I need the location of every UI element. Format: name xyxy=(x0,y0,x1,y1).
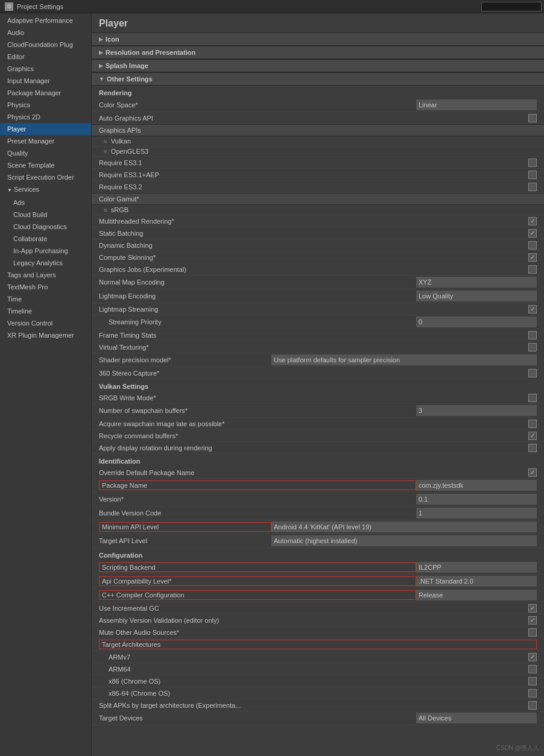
stereo-capture-checkbox[interactable] xyxy=(528,369,537,377)
cpp-compiler-value[interactable]: Release xyxy=(416,590,537,600)
srgb-write-checkbox[interactable] xyxy=(528,394,537,402)
use-incremental-row: Use Incremental GC xyxy=(92,602,544,614)
settings-area: Rendering Color Space* Linear Auto Graph… xyxy=(92,86,544,725)
sidebar-item-preset-manager[interactable]: Preset Manager xyxy=(0,135,91,147)
sidebar-item-ads[interactable]: Ads xyxy=(0,197,91,209)
sidebar-item-timeline[interactable]: Timeline xyxy=(0,305,91,317)
color-space-value[interactable]: Linear xyxy=(416,99,537,110)
sidebar-item-in-app-purchasing[interactable]: In-App Purchasing xyxy=(0,245,91,257)
sidebar-item-cloud-build[interactable]: Cloud Build xyxy=(0,209,91,221)
use-incremental-checkbox[interactable] xyxy=(528,604,537,613)
target-api-value[interactable]: Automatic (highest installed) xyxy=(271,535,537,546)
dynamic-batching-checkbox[interactable] xyxy=(528,241,537,250)
splash-section-header[interactable]: ▶ Splash Image xyxy=(92,59,544,72)
target-devices-value[interactable]: All Devices xyxy=(416,713,537,723)
sidebar-item-package-manager[interactable]: Package Manager xyxy=(0,87,91,99)
armv7-checkbox[interactable] xyxy=(528,653,537,661)
sidebar-item-graphics[interactable]: Graphics xyxy=(0,63,91,75)
icon-section-header[interactable]: ▶ Icon xyxy=(92,33,544,46)
graphics-jobs-checkbox[interactable] xyxy=(528,265,537,274)
min-api-row: Minimum API Level Android 4.4 'KitKat' (… xyxy=(92,520,544,534)
mute-audio-checkbox[interactable] xyxy=(528,628,537,637)
sidebar-item-services[interactable]: ▼Services xyxy=(0,183,91,197)
sidebar-item-physics[interactable]: Physics xyxy=(0,99,91,111)
normal-map-label: Normal Map Encoding xyxy=(99,279,416,286)
require-es31aep-checkbox[interactable] xyxy=(528,171,537,179)
bundle-version-row: Bundle Version Code 1 xyxy=(92,506,544,520)
virtual-texturing-checkbox[interactable] xyxy=(528,343,537,351)
min-api-value[interactable]: Android 4.4 'KitKat' (API level 19) xyxy=(271,521,537,532)
acquire-swapchain-checkbox[interactable] xyxy=(528,420,537,428)
other-settings-section-header[interactable]: ▼ Other Settings xyxy=(92,72,544,86)
static-batching-checkbox[interactable] xyxy=(528,229,537,238)
version-label: Version* xyxy=(99,496,416,503)
sidebar-item-cloud-diagnostics[interactable]: Cloud Diagnostics xyxy=(0,221,91,233)
package-name-value[interactable]: com.zjy.testsdk xyxy=(416,480,537,491)
sidebar-item-cloud-foundation[interactable]: CloudFoundation Plug xyxy=(0,39,91,51)
streaming-priority-label: Streaming Priority xyxy=(99,318,416,326)
require-es32-checkbox[interactable] xyxy=(528,183,537,191)
vulkan-api-item[interactable]: ≡ Vulkan xyxy=(92,136,544,146)
srgb-label: sRGB xyxy=(111,206,128,213)
compute-skinning-checkbox[interactable] xyxy=(528,253,537,262)
api-compat-value[interactable]: .NET Standard 2.0 xyxy=(416,576,537,587)
override-package-checkbox[interactable] xyxy=(528,468,537,477)
override-package-row: Override Default Package Name xyxy=(92,467,544,479)
recycle-command-checkbox[interactable] xyxy=(528,432,537,440)
shader-precision-value[interactable]: Use platform defaults for sampler precis… xyxy=(271,354,537,365)
sidebar-item-quality[interactable]: Quality xyxy=(0,147,91,159)
color-gamut-header: Color Gamut* xyxy=(92,193,544,205)
lightmap-encoding-value[interactable]: Low Quality xyxy=(416,291,537,301)
opengles3-label: OpenGLES3 xyxy=(111,148,148,155)
sidebar-item-audio[interactable]: Audio xyxy=(0,27,91,39)
opengles3-api-item[interactable]: ≡ OpenGLES3 xyxy=(92,146,544,157)
streaming-priority-value[interactable]: 0 xyxy=(416,317,537,327)
sidebar-item-player[interactable]: Player xyxy=(0,123,91,135)
swapchain-buffers-value[interactable]: 3 xyxy=(416,405,537,416)
srgb-write-row: SRGB Write Mode* xyxy=(92,392,544,404)
version-value[interactable]: 0.1 xyxy=(416,494,537,505)
frame-timing-checkbox[interactable] xyxy=(528,331,537,339)
sidebar-item-tags-and-layers[interactable]: Tags and Layers xyxy=(0,269,91,281)
normal-map-value[interactable]: XYZ xyxy=(416,277,537,288)
sidebar-item-collaborate[interactable]: Collaborate xyxy=(0,233,91,245)
bundle-version-value[interactable]: 1 xyxy=(416,508,537,518)
lightmap-encoding-row: Lightmap Encoding Low Quality xyxy=(92,289,544,303)
target-api-label: Target API Level xyxy=(99,537,271,544)
search-input[interactable] xyxy=(481,2,542,11)
scripting-backend-value[interactable]: IL2CPP xyxy=(416,562,537,573)
srgb-item[interactable]: ≡ sRGB xyxy=(92,205,544,215)
multithreaded-checkbox[interactable] xyxy=(528,217,537,225)
sidebar-item-physics-2d[interactable]: Physics 2D xyxy=(0,111,91,123)
frame-timing-row: Frame Timing Stats xyxy=(92,329,544,341)
x86-chrome-checkbox[interactable] xyxy=(528,677,537,685)
require-es31aep-row: Require ES3.1+AEP xyxy=(92,169,544,181)
stereo-capture-label: 360 Stereo Capture* xyxy=(99,370,528,377)
split-apks-checkbox[interactable] xyxy=(528,701,537,710)
require-es31-checkbox[interactable] xyxy=(528,159,537,167)
x86-64-checkbox[interactable] xyxy=(528,689,537,698)
sidebar-item-editor[interactable]: Editor xyxy=(0,51,91,63)
normal-map-row: Normal Map Encoding XYZ xyxy=(92,276,544,289)
apply-display-checkbox[interactable] xyxy=(528,444,537,452)
sidebar-item-version-control[interactable]: Version Control xyxy=(0,317,91,329)
sidebar-item-time[interactable]: Time xyxy=(0,293,91,305)
sidebar-item-textmesh-pro[interactable]: TextMesh Pro xyxy=(0,281,91,293)
sidebar-item-adaptive-performance[interactable]: Adaptive Performance xyxy=(0,14,91,27)
assembly-validation-checkbox[interactable] xyxy=(528,616,537,625)
lightmap-streaming-checkbox[interactable] xyxy=(528,305,537,313)
stereo-capture-row: 360 Stereo Capture* xyxy=(92,367,544,379)
graphics-jobs-label: Graphics Jobs (Experimental) xyxy=(99,266,528,273)
page-title: Player xyxy=(92,13,544,33)
auto-graphics-checkbox[interactable] xyxy=(528,114,537,122)
shader-precision-label: Shader precision model* xyxy=(99,356,271,364)
sidebar-item-input-manager[interactable]: Input Manager xyxy=(0,75,91,87)
sidebar-item-script-execution[interactable]: Script Execution Order xyxy=(0,171,91,183)
sidebar-item-xr-plugin[interactable]: XR Plugin Managemer xyxy=(0,329,91,341)
arm64-checkbox[interactable] xyxy=(528,665,537,673)
sidebar-item-scene-template[interactable]: Scene Template xyxy=(0,159,91,171)
recycle-command-label: Recycle command buffers* xyxy=(99,432,528,439)
scripting-backend-label: Scripting Backend xyxy=(99,562,416,572)
sidebar-item-legacy-analytics[interactable]: Legacy Analytics xyxy=(0,257,91,269)
resolution-section-header[interactable]: ▶ Resolution and Presentation xyxy=(92,46,544,59)
